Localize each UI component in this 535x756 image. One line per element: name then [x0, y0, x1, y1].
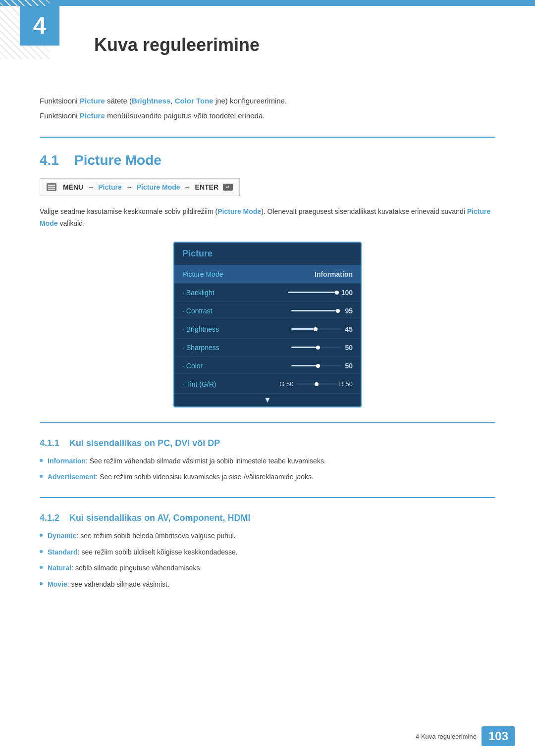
menu-row-color[interactable]: · Color 50: [174, 357, 361, 375]
section-41-body: Valige seadme kasutamise keskkonnale sob…: [40, 206, 495, 230]
sharpness-bar-container: 50: [291, 344, 353, 352]
contrast-fill: [291, 310, 336, 311]
menu-row-label-backlight: · Backlight: [182, 289, 214, 297]
nav-arrow-1: →: [87, 183, 94, 191]
page-title: Kuva reguleerimine: [94, 35, 495, 55]
scroll-down-indicator: ▼: [174, 394, 361, 406]
bullet-dot-dynamic: [40, 534, 43, 537]
section-411-title: Kui sisendallikas on PC, DVI või DP: [69, 438, 220, 448]
tint-right-label: R 50: [339, 380, 353, 388]
svg-rect-1: [48, 185, 55, 186]
description-line-1: Funktsiooni Picture sätete (Brightness, …: [40, 95, 495, 107]
brightness-fill: [291, 328, 314, 330]
color-fill: [291, 365, 316, 366]
brightness-value: 45: [345, 325, 353, 333]
header-stripe: [0, 0, 535, 6]
backlight-value: 100: [341, 289, 353, 297]
sharpness-thumb: [316, 346, 320, 350]
brightness-bar-container: 45: [291, 325, 353, 333]
section-411-number: 4.1.1: [40, 438, 59, 448]
menu-row-label-color: · Color: [182, 362, 203, 370]
section-412-heading: 4.1.2 Kui sisendallikas on AV, Component…: [40, 513, 495, 523]
menu-row-value-picture-mode: Information: [315, 270, 353, 278]
nav-menu-label: MENU: [63, 183, 83, 191]
description-line-2: Funktsiooni Picture menüüsuvandite paigu…: [40, 110, 495, 122]
footer: 4 Kuva reguleerimine 103: [416, 726, 515, 746]
backlight-thumb: [335, 291, 339, 295]
backlight-slider: [288, 292, 337, 293]
highlight-standard: Standard: [48, 548, 78, 556]
tint-thumb: [315, 382, 319, 386]
backlight-bar-container: 100: [288, 289, 353, 297]
section-41-heading: 4.1 Picture Mode: [40, 152, 495, 168]
chapter-number: 4: [33, 14, 47, 38]
enter-icon: ↵: [222, 183, 233, 191]
picture-menu: Picture Picture Mode Information · Backl…: [173, 242, 362, 407]
footer-page-number: 103: [482, 726, 515, 746]
section-412-number: 4.1.2: [40, 513, 59, 523]
bullet-dot-movie: [40, 582, 43, 585]
bullet-dot-standard: [40, 550, 43, 553]
menu-icon: [46, 183, 57, 192]
menu-row-picture-mode[interactable]: Picture Mode Information: [174, 265, 361, 284]
highlight-information: Information: [48, 457, 86, 465]
highlight-brightness: Brightness: [132, 97, 170, 105]
section-divider-411: [40, 422, 495, 423]
color-thumb: [316, 364, 320, 368]
menu-row-backlight[interactable]: · Backlight 100: [174, 284, 361, 302]
highlight-picture-1: Picture: [80, 97, 105, 105]
section-411-list: Information: See režiim vähendab silmade…: [40, 455, 495, 483]
menu-row-sharpness[interactable]: · Sharpness 50: [174, 339, 361, 357]
contrast-bar-container: 95: [291, 307, 353, 315]
contrast-slider: [291, 310, 341, 311]
menu-row-brightness[interactable]: · Brightness 45: [174, 320, 361, 339]
highlight-natural: Natural: [48, 564, 71, 572]
tint-slider: [297, 383, 336, 385]
section-41-title: Picture Mode: [74, 152, 161, 168]
picture-menu-container: Picture Picture Mode Information · Backl…: [40, 242, 495, 407]
list-item-standard-text: Standard: see režiim sobib üldiselt kõig…: [48, 547, 238, 557]
nav-picture-mode-label: Picture Mode: [137, 183, 180, 191]
menu-row-tint[interactable]: · Tint (G/R) G 50 R 50: [174, 375, 361, 394]
svg-text:↵: ↵: [226, 185, 230, 190]
list-item-natural-text: Natural: sobib silmade pingutuse vähenda…: [48, 562, 202, 573]
menu-row-label-brightness: · Brightness: [182, 325, 219, 333]
menu-row-contrast[interactable]: · Contrast 95: [174, 302, 361, 320]
menu-navigation: MENU → Picture → Picture Mode → ENTER ↵: [40, 178, 240, 196]
list-item-advertisement: Advertisement: See režiim sobib videosis…: [40, 471, 495, 482]
highlight-colortone: Color Tone: [175, 97, 214, 105]
section-divider-412: [40, 497, 495, 498]
nav-enter-label: ENTER: [195, 183, 218, 191]
picture-menu-title: Picture: [174, 243, 361, 265]
list-item-dynamic: Dynamic: see režiim sobib heleda ümbrits…: [40, 530, 495, 541]
sharpness-value: 50: [345, 344, 353, 352]
list-item-natural: Natural: sobib silmade pingutuse vähenda…: [40, 562, 495, 573]
body-highlight-picturemode-2: Picture Mode: [40, 207, 490, 227]
nav-arrow-2: →: [126, 183, 133, 191]
chapter-box: 4: [20, 6, 59, 46]
page: 4 Kuva reguleerimine Funktsiooni Picture…: [0, 0, 535, 756]
nav-picture-label: Picture: [98, 183, 121, 191]
section-412-list: Dynamic: see režiim sobib heleda ümbrits…: [40, 530, 495, 590]
menu-row-label-picture-mode: Picture Mode: [182, 270, 223, 278]
contrast-value: 95: [345, 307, 353, 315]
highlight-dynamic: Dynamic: [48, 532, 76, 540]
list-item-standard: Standard: see režiim sobib üldiselt kõig…: [40, 547, 495, 557]
color-slider: [291, 365, 341, 366]
section-41-number: 4.1: [40, 152, 59, 168]
section-411-heading: 4.1.1 Kui sisendallikas on PC, DVI või D…: [40, 438, 495, 449]
color-bar-container: 50: [291, 362, 353, 370]
svg-rect-2: [48, 187, 55, 188]
sharpness-slider: [291, 347, 341, 348]
menu-row-label-tint: · Tint (G/R): [182, 380, 216, 388]
list-item-information-text: Information: See režiim vähendab silmade…: [48, 455, 326, 466]
list-item-movie-text: Movie: see vähendab silmade väsimist.: [48, 579, 169, 590]
highlight-movie: Movie: [48, 580, 67, 588]
brightness-thumb: [314, 327, 318, 331]
nav-arrow-3: →: [184, 183, 191, 191]
list-item-movie: Movie: see vähendab silmade väsimist.: [40, 579, 495, 590]
contrast-thumb: [336, 309, 340, 313]
bullet-dot-information: [40, 459, 43, 462]
section-divider: [40, 137, 495, 138]
backlight-fill: [288, 292, 335, 293]
